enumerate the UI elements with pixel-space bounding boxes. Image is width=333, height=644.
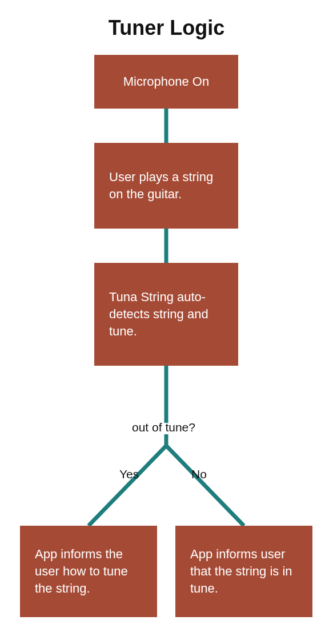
decision-question: out of tune? [132,421,195,434]
svg-line-5 [166,446,244,526]
node-user-plays: User plays a string on the guitar. [94,143,238,229]
branch-label-yes: Yes [119,467,139,481]
node-label: User plays a string on the guitar. [94,157,238,214]
diagram-title: Tuner Logic [0,16,333,40]
svg-line-4 [89,446,166,526]
node-label: App informs the user how to tune the str… [20,534,157,608]
branch-label-no: No [191,467,207,481]
node-label: Tuna String auto-detects string and tune… [94,277,238,351]
node-label: Microphone On [94,62,238,102]
node-label: App informs user that the string is in t… [175,534,312,608]
node-microphone-on: Microphone On [94,55,238,109]
node-outcome-no: App informs user that the string is in t… [175,526,312,617]
node-auto-detect: Tuna String auto-detects string and tune… [94,263,238,366]
node-outcome-yes: App informs the user how to tune the str… [20,526,157,617]
